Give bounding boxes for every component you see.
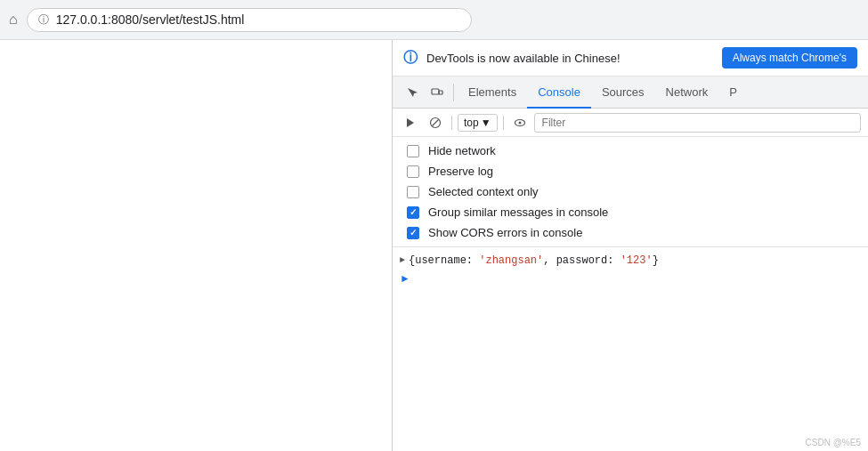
tab-sources[interactable]: Sources [591, 77, 655, 109]
js-brace-open: {username: [409, 254, 479, 267]
prompt-arrow: ► [400, 272, 410, 285]
preserve-log-label: Preserve log [428, 165, 493, 178]
watermark: CSDN @%E5 [806, 438, 861, 447]
context-label: top [464, 117, 479, 129]
tab-network[interactable]: Network [655, 77, 719, 109]
eye-icon[interactable] [509, 112, 531, 133]
hide-network-checkbox[interactable] [407, 145, 419, 157]
option-preserve-log: Preserve log [407, 165, 854, 178]
svg-point-6 [518, 121, 521, 124]
browser-chrome: ⌂ ⓘ 127.0.0.1:8080/servlet/testJS.html [0, 0, 868, 40]
tab-more[interactable]: P [718, 77, 748, 109]
run-icon[interactable] [400, 112, 421, 133]
option-cors-errors: Show CORS errors in console [407, 226, 854, 239]
group-similar-label: Group similar messages in console [428, 205, 608, 219]
svg-rect-1 [439, 91, 442, 94]
console-toolbar: top ▼ [393, 109, 868, 137]
svg-line-4 [433, 119, 439, 125]
info-banner-text: DevTools is now available in Chinese! [426, 52, 713, 65]
js-comma: , password: [543, 254, 620, 267]
selected-context-label: Selected context only [428, 185, 539, 198]
always-match-button[interactable]: Always match Chrome's [722, 47, 857, 68]
device-toolbar-icon[interactable] [425, 80, 450, 105]
js-brace-close: } [653, 254, 659, 267]
js-password-value: '123' [621, 254, 653, 267]
select-element-icon[interactable] [400, 80, 425, 105]
tab-divider [453, 84, 454, 101]
info-banner: ⓘ DevTools is now available in Chinese! … [393, 40, 868, 77]
info-security-icon: ⓘ [38, 12, 49, 28]
console-prompt-line: ► [393, 270, 868, 286]
console-object-text: {username: 'zhangsan', password: '123'} [409, 253, 659, 269]
context-selector[interactable]: top ▼ [458, 114, 498, 132]
cors-errors-label: Show CORS errors in console [428, 226, 582, 239]
option-selected-context: Selected context only [407, 185, 854, 198]
expand-icon[interactable]: ► [400, 253, 405, 269]
dropdown-arrow: ▼ [481, 117, 491, 129]
hide-network-label: Hide network [428, 144, 496, 157]
svg-marker-2 [407, 118, 414, 127]
console-object-line: ► {username: 'zhangsan', password: '123'… [393, 251, 868, 270]
clear-messages-icon[interactable] [425, 112, 446, 133]
group-similar-checkbox[interactable] [407, 206, 419, 219]
url-text: 127.0.0.1:8080/servlet/testJS.html [56, 12, 245, 27]
cors-errors-checkbox[interactable] [407, 227, 419, 239]
console-output: ► {username: 'zhangsan', password: '123'… [393, 247, 868, 451]
address-bar[interactable]: ⓘ 127.0.0.1:8080/servlet/testJS.html [27, 8, 472, 32]
console-options: Hide network Preserve log Selected conte… [393, 137, 868, 247]
home-icon[interactable]: ⌂ [9, 12, 18, 28]
selected-context-checkbox[interactable] [407, 186, 419, 198]
tab-console[interactable]: Console [527, 77, 591, 109]
browser-content [0, 40, 392, 451]
option-group-similar: Group similar messages in console [407, 205, 854, 219]
tab-elements[interactable]: Elements [458, 77, 527, 109]
js-username-value: 'zhangsan' [479, 254, 543, 267]
filter-input[interactable] [534, 113, 861, 133]
option-hide-network: Hide network [407, 144, 854, 157]
devtools-panel: ⓘ DevTools is now available in Chinese! … [392, 40, 868, 451]
devtools-tabs: Elements Console Sources Network P [393, 77, 868, 109]
main-layout: ⓘ DevTools is now available in Chinese! … [0, 40, 868, 451]
svg-rect-0 [432, 89, 439, 94]
preserve-log-checkbox[interactable] [407, 165, 419, 178]
toolbar-divider [451, 116, 452, 130]
toolbar-divider-2 [503, 116, 504, 130]
info-icon: ⓘ [403, 49, 418, 68]
